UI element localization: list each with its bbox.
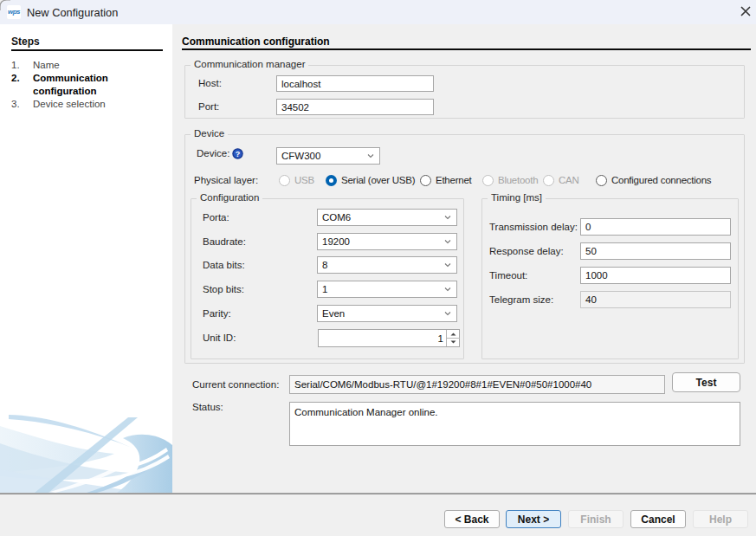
svg-text:?: ? [236, 150, 241, 158]
